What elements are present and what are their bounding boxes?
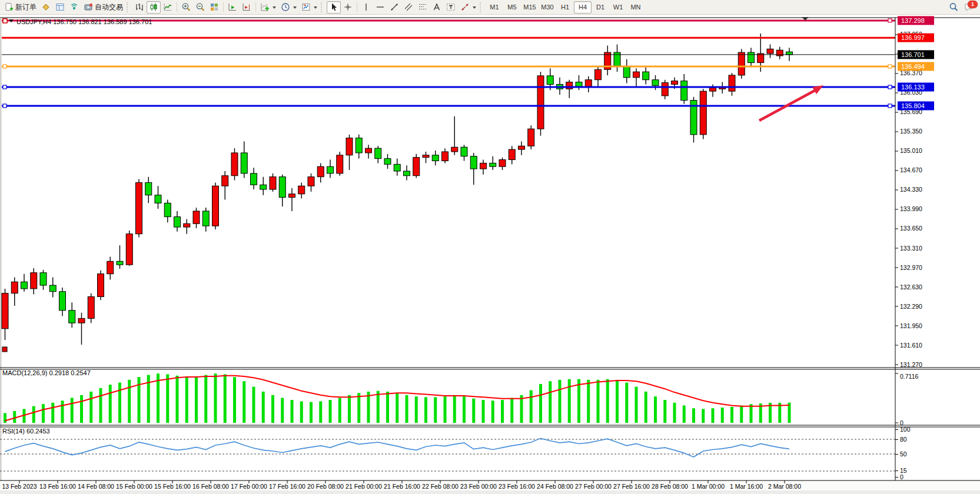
journal-icon bbox=[41, 2, 51, 12]
bull-candle bbox=[126, 234, 132, 265]
vertical-line-button[interactable] bbox=[359, 1, 373, 14]
channel-button[interactable] bbox=[401, 1, 416, 14]
macd-bar bbox=[386, 392, 389, 423]
zoom-out-icon bbox=[195, 2, 205, 12]
line-chart-button[interactable] bbox=[161, 1, 175, 14]
macd-bar bbox=[89, 392, 92, 423]
new-order-button[interactable]: 新订单 bbox=[2, 1, 39, 14]
time-tick-label: 16 Feb 08:00 bbox=[192, 483, 229, 490]
macd-bar bbox=[730, 407, 733, 423]
signals-button[interactable] bbox=[67, 1, 81, 14]
timeframe-mn-button[interactable]: MN bbox=[627, 1, 645, 14]
chart-shift-button[interactable] bbox=[240, 1, 254, 14]
bull-candle bbox=[193, 211, 200, 223]
macd-axis-max: 0.7116 bbox=[900, 373, 918, 380]
candlestick-chart-button[interactable] bbox=[147, 1, 161, 14]
zoom-out-button[interactable] bbox=[193, 1, 207, 14]
bull-candle bbox=[298, 186, 305, 194]
macd-bar bbox=[166, 374, 169, 423]
bull-candle bbox=[184, 223, 190, 227]
price-tick-label: 132.290 bbox=[900, 303, 922, 310]
arrows-button[interactable] bbox=[458, 1, 479, 14]
line-anchor[interactable] bbox=[888, 104, 892, 108]
templates-button[interactable] bbox=[299, 1, 320, 14]
chevron-down-icon bbox=[293, 6, 297, 11]
line-anchor[interactable] bbox=[3, 65, 6, 68]
trendline-button[interactable] bbox=[387, 1, 401, 14]
line-anchor[interactable] bbox=[888, 65, 892, 68]
macd-bar bbox=[625, 383, 628, 423]
object-anchor[interactable] bbox=[2, 347, 7, 352]
timeframe-m1-button[interactable]: M1 bbox=[486, 1, 503, 14]
timeframe-m30-button[interactable]: M30 bbox=[539, 1, 556, 14]
line-anchor[interactable] bbox=[888, 85, 892, 89]
timeframe-w1-button[interactable]: W1 bbox=[609, 1, 627, 14]
macd-bar bbox=[692, 408, 695, 423]
journal-button[interactable] bbox=[39, 1, 53, 14]
search-button[interactable] bbox=[946, 1, 961, 14]
macd-bar bbox=[118, 383, 121, 423]
notifications-button[interactable]: 1 bbox=[962, 1, 976, 14]
bull-candle bbox=[136, 182, 142, 233]
crosshair-button[interactable] bbox=[341, 1, 355, 14]
price-badge-label: 137.298 bbox=[901, 17, 925, 24]
bear-candle bbox=[174, 217, 181, 227]
tile-windows-button[interactable] bbox=[207, 1, 221, 14]
price-tick-label: 135.350 bbox=[900, 128, 922, 135]
bull-candle bbox=[337, 155, 343, 173]
bear-candle bbox=[356, 138, 362, 153]
macd-bar bbox=[415, 396, 418, 423]
bull-candle bbox=[413, 158, 420, 176]
zoom-in-button[interactable] bbox=[179, 1, 193, 14]
line-chart-icon bbox=[163, 2, 172, 12]
macd-bar bbox=[673, 403, 676, 423]
macd-bar bbox=[559, 380, 562, 423]
horizontal-line-icon bbox=[376, 2, 385, 12]
macd-bar bbox=[424, 397, 427, 423]
timeframe-h4-button[interactable]: H4 bbox=[574, 1, 592, 14]
time-tick-label: 28 Feb 08:00 bbox=[652, 483, 688, 490]
timeframe-d1-button[interactable]: D1 bbox=[592, 1, 609, 14]
line-anchor[interactable] bbox=[3, 85, 6, 89]
text-label-button[interactable] bbox=[444, 1, 458, 14]
bear-candle bbox=[404, 171, 410, 176]
text-icon bbox=[432, 2, 441, 12]
bull-candle bbox=[231, 153, 238, 176]
macd-bar bbox=[13, 411, 16, 423]
macd-bar bbox=[128, 380, 131, 423]
time-axis[interactable]: 13 Feb 202313 Feb 16:0014 Feb 08:0015 Fe… bbox=[0, 480, 980, 494]
line-anchor[interactable] bbox=[3, 104, 6, 108]
bear-candle bbox=[470, 156, 477, 169]
cursor-button[interactable] bbox=[327, 1, 341, 14]
price-tick-label: 134.670 bbox=[900, 166, 922, 173]
bull-candle bbox=[317, 166, 324, 176]
horizontal-line-button[interactable] bbox=[373, 1, 387, 14]
text-button[interactable] bbox=[430, 1, 444, 14]
macd-bar bbox=[377, 391, 380, 423]
chart-title: USDJPY,H4 136.750 136.821 136.589 136.70… bbox=[16, 18, 152, 25]
timeframe-h1-button[interactable]: H1 bbox=[556, 1, 574, 14]
bull-candle bbox=[585, 80, 592, 87]
market-watch-button[interactable] bbox=[53, 1, 67, 14]
timeframe-m5-button[interactable]: M5 bbox=[503, 1, 521, 14]
macd-bar bbox=[71, 398, 74, 423]
macd-bar bbox=[577, 379, 580, 423]
auto-scroll-button[interactable] bbox=[225, 1, 240, 14]
bull-candle bbox=[451, 147, 458, 152]
bull-candle bbox=[2, 293, 8, 329]
indicators-button[interactable] bbox=[258, 1, 278, 14]
periods-button[interactable] bbox=[278, 1, 299, 14]
bull-candle bbox=[710, 88, 716, 91]
price-chart[interactable]: USDJPY,H4 136.750 136.821 136.589 136.70… bbox=[0, 14, 980, 494]
auto-trading-button[interactable]: 自动交易 bbox=[81, 1, 125, 14]
macd-bar bbox=[645, 392, 647, 423]
tile-windows-icon bbox=[210, 2, 219, 12]
bar-chart-button[interactable] bbox=[132, 1, 147, 14]
timeframe-m15-button[interactable]: M15 bbox=[521, 1, 539, 14]
bear-candle bbox=[117, 261, 123, 265]
price-tick-label: 135.010 bbox=[900, 147, 922, 154]
price-tick-label: 132.630 bbox=[900, 283, 922, 291]
fibonacci-button[interactable] bbox=[416, 1, 430, 14]
line-anchor[interactable] bbox=[888, 19, 892, 22]
chart-window[interactable]: USDJPY,H4 136.750 136.821 136.589 136.70… bbox=[0, 14, 980, 494]
